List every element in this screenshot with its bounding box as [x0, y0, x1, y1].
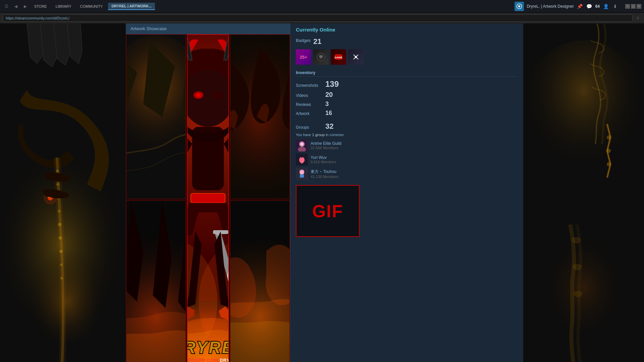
- store-nav-item[interactable]: STORE: [31, 3, 50, 10]
- artwork-grid: DRYREL FIVERR.COM/DRYREL: [126, 34, 290, 362]
- fiverr-prefix: FIVERR.COM/: [187, 358, 220, 362]
- svg-point-6: [56, 183, 59, 186]
- artwork-label: Artwork: [296, 111, 323, 116]
- forward-btn[interactable]: ▶: [21, 3, 29, 10]
- badges-count: 21: [313, 37, 321, 46]
- artwork-value: 16: [325, 110, 332, 117]
- download-icon: ⬇: [612, 3, 619, 10]
- group-avatar-yuri: [296, 154, 308, 166]
- back-btn[interactable]: ◀: [12, 3, 19, 10]
- group-name-touhou: 東方 ~ Touhou: [311, 169, 338, 175]
- group-members-touhou: 42,139 Members: [311, 175, 338, 179]
- svg-point-25: [187, 70, 228, 127]
- showcase-title: Artwork Showcase: [130, 26, 167, 31]
- reviews-label: Reviews: [296, 102, 323, 107]
- group-name-anime-elite: Anime Elite Guild: [311, 141, 341, 146]
- svg-point-5: [56, 170, 59, 172]
- groups-count: 32: [325, 122, 333, 131]
- svg-point-8: [58, 210, 60, 213]
- far-right-art-content: [523, 23, 644, 362]
- group-item-anime-elite[interactable]: Anime Elite Guild 22,568 Members: [296, 139, 518, 152]
- artwork-stat: Artwork 16: [296, 110, 518, 117]
- group-item-touhou[interactable]: 東方 ~ Touhou 42,139 Members: [296, 168, 518, 180]
- minimize-btn[interactable]: ─: [625, 4, 630, 9]
- group-avatar-touhou: [296, 168, 308, 180]
- badge-count-display: 64: [595, 4, 600, 9]
- artwork-cell-top-left: [126, 34, 186, 199]
- svg-point-57: [607, 162, 611, 166]
- library-nav-item[interactable]: LIBRARY: [52, 3, 75, 10]
- badge-4-icon: [348, 49, 364, 65]
- group-item-yuri[interactable]: Yuri Wuv 9,916 Members: [296, 154, 518, 166]
- group-avatar-anime-elite: [296, 139, 308, 152]
- badge-2-svg: [316, 52, 326, 62]
- top-right-controls: DryreL. | Artwork Designer 📌 💬 64 👤 ⬇ ─ …: [515, 2, 641, 11]
- artwork-main-svg: DRYREL: [187, 35, 228, 362]
- svg-point-27: [212, 91, 222, 99]
- center-area: Artwork Showcase: [126, 23, 290, 362]
- group-name-yuri: Yuri Wuv: [311, 155, 336, 160]
- group-info-touhou: 東方 ~ Touhou 42,139 Members: [311, 169, 338, 179]
- artwork-bl-svg: [126, 201, 185, 362]
- svg-point-10: [59, 236, 62, 240]
- svg-point-13: [60, 277, 63, 280]
- badges-row: 25+ GAME: [296, 49, 518, 65]
- screenshots-stat: Screenshots 139: [296, 79, 518, 89]
- badge-3-svg: GAME: [333, 52, 343, 62]
- artwork-cell-main: DRYREL FIVERR.COM/DRYREL: [187, 34, 229, 362]
- community-nav-item[interactable]: COMMUNITY: [77, 3, 106, 10]
- gif-label: GIF: [312, 201, 343, 221]
- steam-nav-bar: ☰ ◀ ▶ STORE LIBRARY COMMUNITY DRYREL | A…: [0, 0, 644, 13]
- badge-2-icon: [313, 49, 329, 65]
- artwork-cell-bottom-right: [230, 200, 290, 362]
- svg-point-4: [17, 208, 117, 342]
- svg-point-54: [530, 184, 637, 332]
- right-sidebar: Currently Online Badges 21 25+: [290, 23, 523, 362]
- pin-icon: 📌: [577, 3, 583, 10]
- artwork-tr-svg: [230, 35, 289, 199]
- reviews-value: 3: [325, 101, 329, 108]
- artwork-br-svg: [230, 201, 289, 362]
- svg-point-9: [58, 223, 61, 226]
- close-btn[interactable]: ×: [637, 4, 641, 9]
- window-controls: ─ □ ×: [625, 4, 641, 9]
- groups-label: Groups: [296, 125, 323, 130]
- maximize-btn[interactable]: □: [631, 4, 636, 9]
- group-members-yuri: 9,916 Members: [311, 160, 336, 164]
- group-avatar-anime-elite-svg: [296, 139, 308, 152]
- artwork-cell-bottom-left: [126, 200, 186, 362]
- groups-common-count-val: 1 group: [312, 133, 325, 137]
- badge-25-label: 25+: [300, 55, 307, 60]
- artwork-tl-svg: [126, 35, 185, 199]
- svg-rect-51: [300, 174, 304, 178]
- svg-rect-29: [191, 193, 225, 203]
- left-background-art: [0, 23, 126, 362]
- svg-text:GAME: GAME: [334, 56, 343, 59]
- inventory-title: Inventory: [296, 70, 518, 77]
- address-bar[interactable]: https://steamcommunity.com/id/DryreL/: [3, 14, 633, 22]
- reviews-stat: Reviews 3: [296, 101, 518, 108]
- dragon-svg-left: [0, 23, 126, 362]
- online-status: Currently Online: [296, 27, 518, 33]
- chat-icon: 💬: [586, 3, 593, 10]
- dragon-art-left: [0, 23, 126, 362]
- svg-point-26: [193, 91, 203, 99]
- svg-point-1: [518, 5, 520, 7]
- svg-point-11: [59, 250, 63, 253]
- far-right-background-art: [523, 23, 644, 362]
- gif-box: GIF: [296, 185, 360, 237]
- badges-section: Badges 21 25+: [296, 37, 518, 65]
- active-tab[interactable]: DRYREL | ARTWORK...: [108, 3, 155, 10]
- badges-label: Badges: [296, 38, 311, 43]
- user-display-name: DryreL. | Artwork Designer: [527, 4, 574, 9]
- screenshots-label: Screenshots: [296, 83, 323, 88]
- svg-text:DRYREL: DRYREL: [187, 338, 228, 357]
- hamburger-menu-btn[interactable]: ☰: [3, 3, 10, 10]
- steam-logo-btn[interactable]: [515, 2, 524, 11]
- address-bar-row: https://steamcommunity.com/id/DryreL/ ✕: [0, 13, 644, 23]
- bookmark-icon: ✕: [635, 15, 641, 21]
- artwork-cell-top-right: [230, 34, 290, 199]
- groups-header: Groups 32: [296, 122, 518, 131]
- group-avatar-touhou-svg: [296, 168, 308, 180]
- groups-section: Groups 32 You have 1 group in common: [296, 122, 518, 180]
